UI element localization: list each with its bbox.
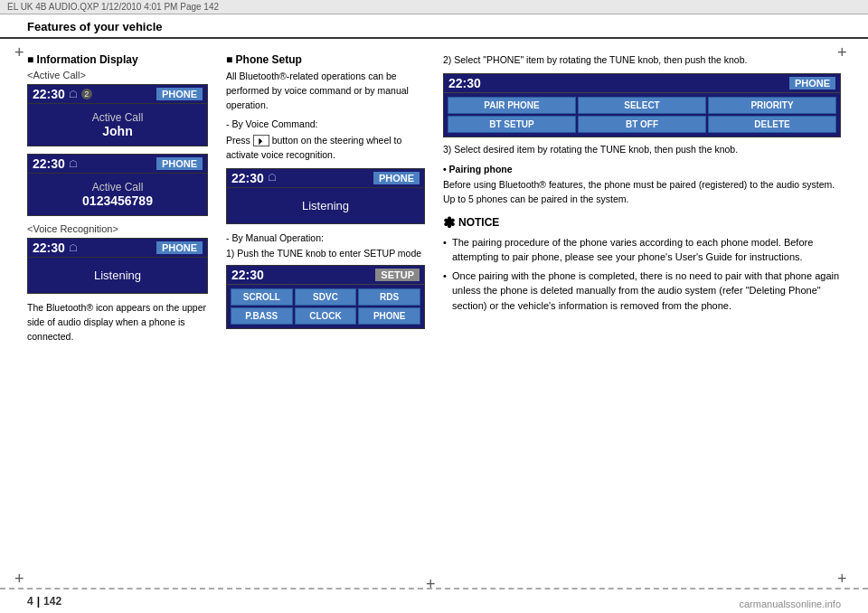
by-manual-label: - By Manual Operation:: [226, 231, 425, 246]
right-step2-section: 2) Select "PHONE" item by rotating the T…: [443, 53, 841, 313]
phone-setup-display: 22:30 PHONE PAIR PHONE SELECT PRIORITY B…: [443, 73, 841, 137]
info-display-section: ■ Information Display <Active Call> 22:3…: [27, 53, 208, 344]
phone-setup-heading: ■ Phone Setup: [226, 53, 425, 66]
bt-icon-1: ☖: [69, 89, 78, 100]
setup-btn-sdvc[interactable]: SDVC: [295, 288, 357, 306]
setup-btn-phone[interactable]: PHONE: [358, 307, 420, 325]
active-call-text-2: Active Call: [33, 181, 203, 193]
phone-setup-time: 22:30: [448, 76, 481, 90]
phone-btn-btoff[interactable]: BT OFF: [578, 116, 706, 133]
phone-btn-delete[interactable]: DELETE: [708, 116, 836, 133]
setup-btn-pbass[interactable]: P.BASS: [231, 307, 293, 325]
page-title: Features of your vehicle: [27, 20, 163, 33]
notice-item-1: The pairing procedure of the phone varie…: [443, 235, 841, 265]
lcd-body-2: Active Call 0123456789: [28, 174, 207, 215]
phone-setup-header: 22:30 PHONE: [444, 74, 840, 93]
lcd-phone-label-4: PHONE: [373, 172, 420, 184]
number-icon-1: 2: [81, 89, 92, 99]
setup-buttons-grid: SCROLL SDVC RDS P.BASS CLOCK PHONE: [227, 285, 424, 328]
crosshair-bottom-right: [839, 573, 852, 586]
phone-setup-btns-grid: PAIR PHONE SELECT PRIORITY BT SETUP BT O…: [444, 93, 840, 137]
page-num-right: 142: [43, 595, 61, 608]
setup-label: SETUP: [375, 269, 420, 281]
by-manual-step: 1) Push the TUNE knob to enter SETUP mod…: [226, 247, 425, 261]
lcd-header-4: 22:30 ☖ PHONE: [227, 169, 424, 188]
page-title-bar: Features of your vehicle: [0, 14, 868, 39]
voice-button-symbol: ⏵: [253, 135, 269, 146]
lcd-body-1: Active Call John: [28, 104, 207, 146]
voice-recognition-label: <Voice Recognition>: [27, 223, 208, 234]
lcd-time-4: 22:30: [231, 171, 264, 185]
lcd-header-1: 22:30 ☖ 2 PHONE: [28, 85, 207, 104]
notice-text: The pairing procedure of the phone varie…: [443, 235, 841, 314]
setup-btn-scroll[interactable]: SCROLL: [231, 288, 293, 306]
step2-text: 2) Select "PHONE" item by rotating the T…: [443, 53, 841, 68]
notice-box: ✽ NOTICE The pairing procedure of the ph…: [443, 214, 841, 314]
notice-title-text: NOTICE: [458, 216, 499, 229]
page-num-sep: |: [37, 595, 40, 608]
top-bar-text: EL UK 4B AUDIO.QXP 1/12/2010 4:01 PM Pag…: [7, 2, 219, 12]
phone-btn-select[interactable]: SELECT: [578, 97, 706, 114]
caller-number: 0123456789: [33, 193, 203, 208]
lcd-listening-left: Listening: [28, 258, 207, 293]
notice-title: ✽ NOTICE: [443, 214, 841, 231]
notice-list: The pairing procedure of the phone varie…: [443, 235, 841, 314]
crosshair-top-right: [839, 47, 852, 60]
phone-setup-section: ■ Phone Setup All Bluetooth®-related ope…: [226, 53, 425, 329]
lcd-phone-label-3: PHONE: [156, 241, 203, 254]
setup-display: 22:30 SETUP SCROLL SDVC RDS P.BASS CLOCK…: [226, 265, 425, 329]
lcd-header-2: 22:30 ☖ PHONE: [28, 155, 207, 174]
notice-star: ✽: [443, 214, 455, 231]
info-display-heading: ■ Information Display: [27, 53, 208, 66]
phone-setup-body: All Bluetooth®-related operations can be…: [226, 70, 425, 112]
lcd-header-3: 22:30 ☖ PHONE: [28, 239, 207, 258]
active-call-label: <Active Call>: [27, 70, 208, 80]
right-column: 2) Select "PHONE" item by rotating the T…: [443, 53, 841, 356]
active-call-text-1: Active Call: [33, 111, 203, 124]
main-content: ■ Information Display <Active Call> 22:3…: [0, 39, 868, 371]
caller-name-john: John: [33, 124, 203, 138]
pairing-title: • Pairing phone: [443, 163, 841, 177]
step3-text: 3) Select desired item by rotating the T…: [443, 143, 841, 157]
crosshair-top-left: [16, 47, 29, 60]
setup-btn-rds[interactable]: RDS: [358, 288, 420, 306]
lcd-time-1: 22:30: [33, 87, 65, 101]
by-voice-label: - By Voice Command:: [226, 118, 425, 132]
top-bar: EL UK 4B AUDIO.QXP 1/12/2010 4:01 PM Pag…: [0, 0, 868, 14]
lcd-time-2: 22:30: [33, 156, 65, 171]
lcd-display-listening-left: 22:30 ☖ PHONE Listening: [27, 238, 208, 294]
phone-btn-priority[interactable]: PRIORITY: [708, 97, 836, 114]
mid-column: ■ Phone Setup All Bluetooth®-related ope…: [226, 53, 425, 356]
bt-icon-4: ☖: [268, 172, 277, 184]
crosshair-bottom-left: [16, 573, 29, 586]
setup-header: 22:30 SETUP: [227, 266, 424, 285]
lcd-display-john: 22:30 ☖ 2 PHONE Active Call John: [27, 84, 208, 146]
lcd-display-listening-mid: 22:30 ☖ PHONE Listening: [226, 168, 425, 224]
phone-btn-btsetup[interactable]: BT SETUP: [448, 116, 576, 133]
phone-btn-pair[interactable]: PAIR PHONE: [448, 97, 576, 114]
pairing-text: Before using Bluetooth® features, the ph…: [443, 178, 841, 207]
bt-icon-3: ☖: [69, 242, 78, 254]
setup-time: 22:30: [231, 268, 264, 282]
phone-setup-phone-label: PHONE: [789, 77, 835, 90]
notice-item-2: Once pairing with the phone is completed…: [443, 269, 841, 314]
lcd-phone-label-1: PHONE: [156, 88, 203, 100]
page-num-left: 4: [27, 595, 33, 608]
bluetooth-body-text: The Bluetooth® icon appears on the upper…: [27, 301, 208, 344]
lcd-listening-mid: Listening: [227, 188, 424, 223]
lcd-time-3: 22:30: [33, 240, 65, 255]
watermark: carmanualssonline.info: [739, 599, 841, 609]
left-column: ■ Information Display <Active Call> 22:3…: [27, 53, 208, 356]
setup-btn-clock[interactable]: CLOCK: [295, 307, 357, 325]
lcd-phone-label-2: PHONE: [156, 157, 203, 170]
bt-icon-2: ☖: [69, 158, 78, 170]
bottom-bar: 4 | 142 carmanualssonline.info: [0, 588, 868, 613]
by-voice-text: Press ⏵ button on the steering wheel to …: [226, 134, 425, 163]
page-number: 4 | 142: [27, 595, 61, 608]
lcd-display-number: 22:30 ☖ PHONE Active Call 0123456789: [27, 154, 208, 216]
